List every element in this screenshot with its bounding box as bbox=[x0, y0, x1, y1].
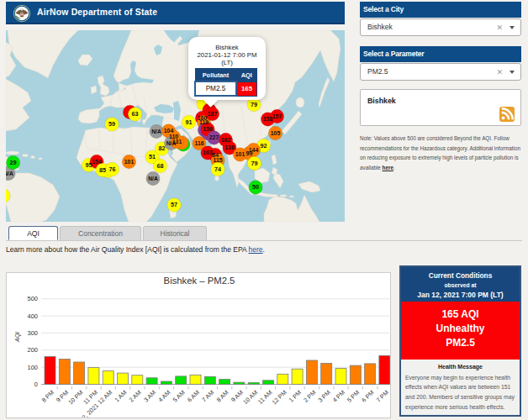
svg-text:187: 187 bbox=[208, 111, 218, 117]
svg-text:500: 500 bbox=[27, 295, 38, 302]
svg-text:2 AM: 2 AM bbox=[128, 389, 143, 404]
svg-text:Bishkek – PM2.5: Bishkek – PM2.5 bbox=[164, 276, 235, 286]
svg-text:158: 158 bbox=[263, 116, 273, 122]
svg-text:300: 300 bbox=[27, 329, 38, 337]
svg-text:116: 116 bbox=[195, 140, 204, 146]
svg-text:100: 100 bbox=[27, 364, 38, 371]
svg-text:82: 82 bbox=[159, 144, 166, 152]
svg-text:101: 101 bbox=[235, 151, 246, 157]
svg-text:3 PM: 3 PM bbox=[316, 389, 331, 404]
svg-text:91: 91 bbox=[186, 118, 193, 126]
svg-text:131: 131 bbox=[172, 139, 182, 144]
svg-text:74: 74 bbox=[214, 165, 221, 173]
svg-text:8 AM: 8 AM bbox=[215, 389, 230, 404]
svg-text:57: 57 bbox=[171, 201, 177, 208]
svg-text:7 AM: 7 AM bbox=[200, 389, 215, 404]
svg-text:95: 95 bbox=[86, 161, 92, 169]
svg-text:8 PM: 8 PM bbox=[40, 389, 55, 404]
svg-text:N/A: N/A bbox=[6, 171, 13, 176]
svg-text:6 PM: 6 PM bbox=[360, 389, 375, 404]
svg-text:29: 29 bbox=[10, 159, 17, 166]
svg-text:200: 200 bbox=[27, 346, 38, 354]
svg-text:162: 162 bbox=[221, 137, 231, 143]
svg-text:AQI: AQI bbox=[14, 332, 21, 343]
svg-text:68: 68 bbox=[157, 162, 164, 170]
svg-text:154: 154 bbox=[92, 159, 102, 165]
svg-text:1 AM: 1 AM bbox=[113, 389, 128, 404]
svg-text:119: 119 bbox=[199, 119, 209, 125]
svg-text:11 AM: 11 AM bbox=[256, 389, 274, 406]
svg-text:12 PM: 12 PM bbox=[271, 389, 288, 407]
svg-text:5 PM: 5 PM bbox=[346, 389, 361, 404]
svg-text:0: 0 bbox=[34, 381, 38, 388]
svg-text:63: 63 bbox=[132, 110, 139, 118]
svg-text:144: 144 bbox=[249, 147, 259, 153]
svg-text:85: 85 bbox=[99, 166, 106, 174]
svg-text:2 PM: 2 PM bbox=[302, 389, 317, 404]
svg-text:50: 50 bbox=[252, 183, 259, 191]
svg-text:79: 79 bbox=[251, 101, 257, 108]
svg-text:10 AM: 10 AM bbox=[241, 389, 259, 407]
svg-text:115: 115 bbox=[214, 157, 223, 163]
svg-text:79: 79 bbox=[251, 160, 258, 167]
svg-text:156: 156 bbox=[203, 126, 213, 132]
svg-text:101: 101 bbox=[124, 159, 135, 165]
svg-text:136: 136 bbox=[224, 144, 235, 150]
svg-text:227: 227 bbox=[209, 134, 219, 140]
svg-text:N/A: N/A bbox=[151, 129, 161, 134]
svg-text:N/A: N/A bbox=[148, 176, 158, 181]
svg-text:92: 92 bbox=[261, 142, 267, 150]
svg-text:4 AM: 4 AM bbox=[156, 389, 172, 404]
svg-text:76: 76 bbox=[109, 165, 116, 173]
svg-text:4 PM: 4 PM bbox=[331, 389, 346, 404]
svg-text:51: 51 bbox=[149, 153, 156, 160]
svg-text:7 PM: 7 PM bbox=[375, 389, 390, 404]
svg-text:6 AM: 6 AM bbox=[186, 389, 201, 404]
svg-text:400: 400 bbox=[27, 312, 38, 320]
svg-text:10 PM: 10 PM bbox=[66, 389, 84, 407]
svg-text:104: 104 bbox=[164, 128, 174, 134]
svg-text:157: 157 bbox=[272, 113, 282, 119]
svg-text:5 AM: 5 AM bbox=[172, 389, 187, 404]
svg-text:3 AM: 3 AM bbox=[142, 389, 157, 404]
svg-text:105: 105 bbox=[271, 130, 281, 136]
svg-text:59: 59 bbox=[108, 120, 115, 128]
svg-text:163: 163 bbox=[203, 150, 213, 155]
svg-text:1 PM: 1 PM bbox=[288, 389, 303, 404]
